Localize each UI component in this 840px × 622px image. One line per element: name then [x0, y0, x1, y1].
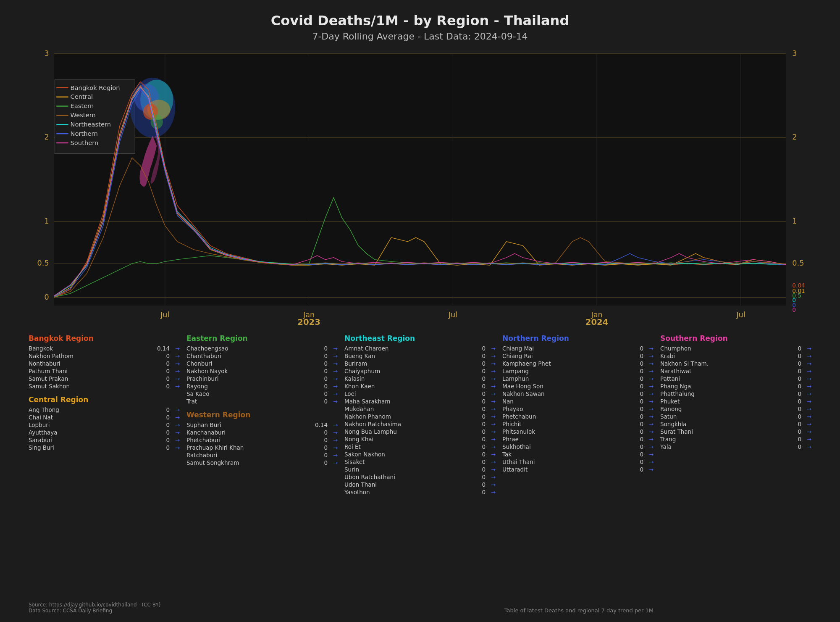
province-name: Chaiyaphum	[344, 368, 474, 374]
northeast-region-column: Northeast Region Amnat Charoen 0 → Bueng…	[341, 334, 499, 614]
list-item: Phetchabun 0 →	[502, 413, 654, 420]
svg-text:1: 1	[44, 217, 49, 225]
bangkok-provinces: Bangkok 0.14 → Nakhon Pathom 0 → Nonthab…	[29, 345, 180, 390]
list-item: Ayutthaya 0 →	[29, 429, 180, 436]
province-name: Nakhon Ratchasima	[344, 421, 474, 427]
province-arrow: →	[644, 345, 654, 352]
svg-text:3: 3	[44, 49, 49, 58]
province-arrow: →	[486, 436, 496, 443]
province-name: Nan	[502, 398, 632, 405]
province-value: 0	[790, 428, 801, 435]
province-arrow: →	[644, 368, 654, 374]
list-item: Kamphaeng Phet 0 →	[502, 360, 654, 367]
province-arrow: →	[486, 345, 496, 352]
list-item: Udon Thani 0 →	[344, 481, 496, 488]
province-arrow: →	[644, 459, 654, 465]
list-item: Nong Khai 0 →	[344, 436, 496, 443]
list-item: Phitsanulok 0 →	[502, 428, 654, 435]
province-arrow: →	[328, 444, 338, 451]
province-value: 0	[474, 368, 486, 374]
province-name: Phetchaburi	[186, 437, 316, 443]
province-arrow: →	[644, 406, 654, 412]
list-item: Trat 0 →	[186, 398, 338, 405]
province-value: 0	[790, 360, 801, 367]
province-arrow: →	[486, 451, 496, 458]
province-value: 0	[316, 444, 328, 451]
province-arrow: →	[644, 451, 654, 458]
province-arrow: →	[328, 429, 338, 436]
western-region-title: Western Region	[186, 411, 338, 419]
province-value: 0	[316, 452, 328, 459]
province-arrow: →	[328, 422, 338, 428]
province-arrow: →	[328, 345, 338, 352]
province-arrow: →	[802, 428, 811, 435]
list-item: Amnat Charoen 0 →	[344, 345, 496, 352]
svg-text:1: 1	[792, 217, 797, 225]
province-value: 0	[790, 421, 801, 427]
province-arrow: →	[171, 375, 180, 382]
province-arrow: →	[328, 368, 338, 374]
province-value: 0	[316, 383, 328, 390]
province-value: 0	[474, 398, 486, 405]
province-name: Pattani	[660, 375, 790, 382]
province-arrow: →	[644, 360, 654, 367]
province-value: 0	[474, 451, 486, 458]
svg-text:0.5: 0.5	[37, 259, 49, 267]
province-name: Bueng Kan	[344, 353, 474, 359]
list-item: Nakhon Si Tham. 0 →	[660, 360, 811, 367]
list-item: Kalasin 0 →	[344, 375, 496, 382]
list-item: Pattani 0 →	[660, 375, 811, 382]
province-value: 0	[316, 390, 328, 397]
province-name: Udon Thani	[344, 481, 474, 488]
list-item: Surin 0 →	[344, 466, 496, 473]
province-value: 0	[158, 422, 170, 428]
list-item: Samut Songkhram 0 →	[186, 459, 338, 466]
list-item: Ang Thong 0 →	[29, 406, 180, 413]
province-name: Ranong	[660, 406, 790, 412]
province-name: Nakhon Pathom	[29, 353, 158, 359]
province-name: Narathiwat	[660, 368, 790, 374]
list-item: Nakhon Phanom 0 →	[344, 413, 496, 420]
province-arrow: →	[171, 353, 180, 359]
province-name: Uthai Thani	[502, 459, 632, 465]
province-arrow: →	[802, 390, 811, 397]
province-value: 0	[474, 481, 486, 488]
list-item: Chachoengsao 0 →	[186, 345, 338, 352]
svg-text:2: 2	[44, 133, 49, 142]
list-item: Uthai Thani 0 →	[502, 459, 654, 465]
province-name: Trang	[660, 436, 790, 443]
province-value: 0	[632, 383, 643, 390]
province-arrow: →	[486, 398, 496, 405]
list-item: Chanthaburi 0 →	[186, 353, 338, 359]
province-arrow: →	[328, 459, 338, 466]
province-name: Chanthaburi	[186, 353, 316, 359]
list-item: Bangkok 0.14 →	[29, 345, 180, 352]
province-arrow: →	[171, 437, 180, 443]
province-arrow: →	[486, 360, 496, 367]
eastern-region-column: Eastern Region Chachoengsao 0 → Chanthab…	[183, 334, 341, 614]
list-item: Buriram 0 →	[344, 360, 496, 367]
province-value: 0	[790, 390, 801, 397]
province-name: Nakhon Sawan	[502, 390, 632, 397]
svg-text:0.5: 0.5	[792, 259, 804, 267]
province-name: Khon Kaen	[344, 383, 474, 390]
list-item: Kanchanaburi 0 →	[186, 429, 338, 436]
province-arrow: →	[802, 353, 811, 359]
list-item: Roi Et 0 →	[344, 443, 496, 450]
province-value: 0	[790, 345, 801, 352]
province-arrow: →	[171, 406, 180, 413]
list-item: Nan 0 →	[502, 398, 654, 405]
svg-text:Western: Western	[71, 112, 96, 119]
list-item: Chai Nat 0 →	[29, 414, 180, 421]
list-item: Chiang Mai 0 →	[502, 345, 654, 352]
province-value: 0	[474, 353, 486, 359]
province-name: Chiang Mai	[502, 345, 632, 352]
province-value: 0	[158, 375, 170, 382]
list-item: Chumphon 0 →	[660, 345, 811, 352]
province-value: 0	[474, 428, 486, 435]
list-item: Ranong 0 →	[660, 406, 811, 412]
province-arrow: →	[171, 360, 180, 367]
list-item: Pathum Thani 0 →	[29, 368, 180, 374]
province-name: Satun	[660, 413, 790, 420]
province-arrow: →	[171, 345, 180, 352]
